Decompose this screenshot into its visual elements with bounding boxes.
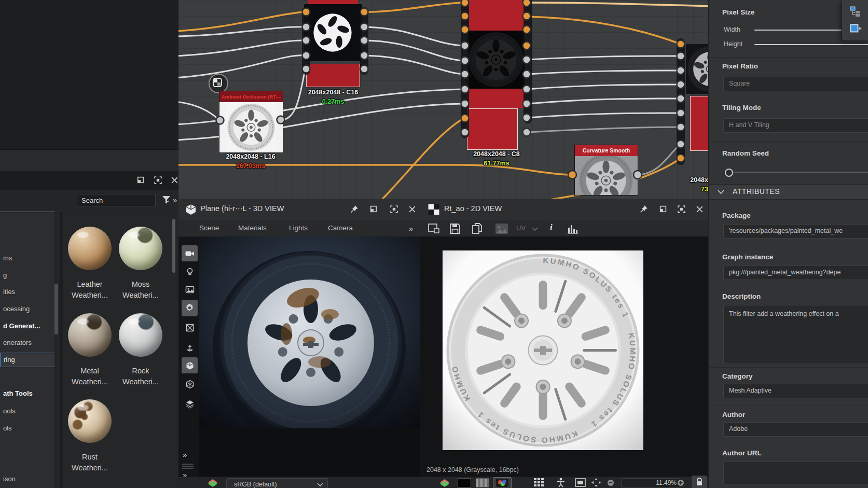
hierarchy-link-icon[interactable] (850, 6, 861, 17)
category-item[interactable]: g (0, 269, 57, 282)
random-seed-knob[interactable] (725, 169, 733, 177)
attributes-section-header[interactable]: ATTRIBUTES (709, 184, 868, 200)
menu-camera[interactable]: Camera (328, 224, 353, 232)
node-blend-top[interactable] (467, 0, 525, 31)
node-shape-output[interactable] (306, 64, 360, 87)
materials-scrollbar-thumb[interactable] (172, 219, 175, 273)
node-curvature-smooth[interactable]: Curvature Smooth (574, 145, 638, 196)
background-black-swatch[interactable] (458, 478, 471, 487)
height-slider[interactable] (754, 44, 868, 45)
canvas-2d[interactable]: KUMHO SOLUS tes 1 KUMHO SOLUS tes 1 KUMH… (420, 236, 708, 477)
toolbar-overflow-icon[interactable]: » (183, 450, 186, 459)
node-graph-view[interactable]: 2048x2048 - C16 0.27ms Ambient Occlusion… (178, 0, 708, 199)
float-window-icon[interactable] (658, 205, 667, 214)
colorspace-select[interactable]: sRGB (default) (226, 478, 328, 488)
histogram-icon[interactable] (567, 224, 578, 234)
node-blend-output[interactable] (467, 108, 518, 150)
node-edge-output[interactable] (690, 96, 708, 151)
zoom-out-icon[interactable] (607, 479, 614, 486)
author-field[interactable]: Adobe (723, 422, 868, 437)
channels-select[interactable] (493, 477, 512, 488)
close-icon[interactable] (695, 205, 704, 214)
close-icon[interactable] (170, 176, 179, 185)
menu-more-icon[interactable]: » (409, 224, 412, 233)
width-slider[interactable] (754, 30, 842, 31)
link-output-icon[interactable] (850, 24, 862, 33)
category-item[interactable]: ms (0, 252, 57, 265)
transform-gizmo-button[interactable] (182, 340, 198, 356)
panel-splitter[interactable] (59, 212, 63, 488)
category-item[interactable]: ocessing (0, 302, 57, 316)
menu-scene[interactable]: Scene (199, 224, 219, 232)
zoom-lock-button[interactable] (692, 476, 707, 488)
pin-icon[interactable] (350, 205, 359, 214)
uv-display-button[interactable] (182, 319, 198, 336)
node-shape-top[interactable] (308, 0, 358, 4)
package-field[interactable]: 'resources/packages/painted_metal_we (723, 224, 868, 239)
menu-materials[interactable]: Materials (238, 224, 267, 232)
category-scrollbar[interactable] (54, 212, 58, 488)
graph-instance-field[interactable]: pkg:///painted_metal_weathering?depe (723, 266, 868, 280)
material-thumb-rock[interactable] (119, 313, 162, 357)
view-2d-header[interactable]: Rt_ao - 2D VIEW (420, 199, 708, 221)
save-icon[interactable] (449, 222, 461, 235)
fit-view-icon[interactable] (575, 478, 586, 487)
search-input[interactable] (77, 194, 156, 206)
wireframe-view-button[interactable] (182, 376, 198, 392)
filter-icon[interactable] (161, 194, 173, 206)
background-gradient-swatch[interactable] (476, 478, 489, 487)
float-window-icon[interactable] (369, 205, 378, 214)
material-thumb-moss[interactable] (119, 227, 162, 270)
info-icon[interactable]: i (550, 222, 553, 233)
library-more-icon[interactable]: » (173, 196, 176, 204)
light-button[interactable] (182, 263, 198, 280)
material-thumb-leather[interactable] (68, 227, 112, 270)
layers-button[interactable] (182, 396, 198, 412)
chevron-down-icon[interactable] (532, 227, 538, 231)
category-field[interactable]: Mesh Adaptive (723, 384, 868, 398)
category-item-selected[interactable]: ring (0, 353, 58, 367)
maximize-icon[interactable] (154, 176, 162, 185)
node-ambient-occlusion[interactable]: Ambient Occlusion (RT— (219, 91, 283, 153)
maximize-icon[interactable] (390, 205, 398, 214)
category-item[interactable]: ools (0, 405, 57, 418)
tiling-mode-select[interactable]: H and V Tiling (723, 118, 868, 133)
zoom-in-icon[interactable] (677, 479, 684, 486)
node-blend-mid[interactable] (467, 89, 525, 108)
pixel-ratio-icon[interactable] (591, 478, 601, 487)
pin-icon[interactable] (639, 205, 648, 214)
render-settings-button[interactable] (182, 300, 198, 316)
drag-handle-icon[interactable] (182, 463, 194, 469)
category-item[interactable]: ison (0, 472, 57, 486)
float-window-icon[interactable] (136, 176, 145, 185)
material-thumb-rust[interactable] (68, 399, 112, 443)
uv-overlay-button[interactable]: UV (516, 224, 526, 232)
tiling-grid-icon[interactable] (534, 478, 544, 487)
zoom-level-field[interactable]: 11.49% (621, 478, 680, 488)
close-icon[interactable] (408, 205, 417, 214)
viewport-3d[interactable] (199, 236, 420, 488)
view-3d-header[interactable]: Plane (hi-r⋯L - 3D VIEW (178, 199, 420, 221)
background-image-icon[interactable] (495, 223, 508, 234)
category-item[interactable]: enerators (0, 336, 57, 350)
menu-lights[interactable]: Lights (289, 224, 308, 232)
colorspace-icon[interactable] (438, 479, 451, 487)
mannequin-icon[interactable] (556, 478, 566, 487)
description-field[interactable]: This filter add a weathering effect on a (723, 305, 868, 364)
camera-display-button[interactable] (182, 245, 198, 261)
pixel-ratio-select[interactable]: Square (723, 77, 868, 91)
category-item[interactable]: ities (0, 285, 57, 299)
category-item[interactable]: ols (0, 422, 57, 435)
new-view-icon[interactable] (428, 223, 440, 234)
node-blend-thumbnail[interactable] (467, 31, 525, 89)
maximize-icon[interactable] (677, 205, 686, 214)
material-thumb-metal[interactable] (68, 313, 112, 357)
category-scrollbar-thumb[interactable] (54, 284, 58, 334)
node-edge-thumbnail[interactable] (686, 44, 708, 94)
solid-view-button[interactable] (182, 357, 198, 373)
author-url-field[interactable] (723, 462, 868, 484)
copy-icon[interactable] (471, 222, 484, 235)
random-seed-slider[interactable] (733, 172, 868, 173)
category-item[interactable]: ath Tools (0, 387, 57, 400)
environment-image-button[interactable] (182, 282, 198, 298)
